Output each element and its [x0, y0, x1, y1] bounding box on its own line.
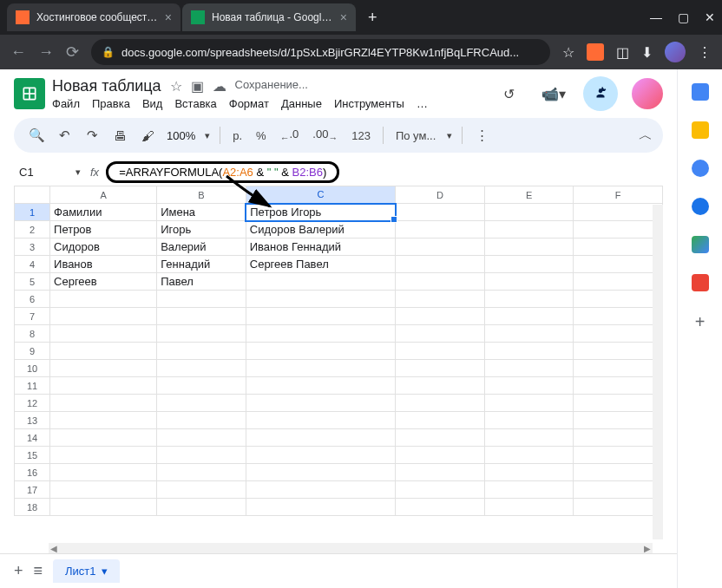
column-header[interactable]: E: [484, 186, 574, 204]
row-header[interactable]: 11: [15, 377, 50, 395]
meet-button[interactable]: 📹▾: [538, 78, 569, 109]
cell[interactable]: [574, 221, 663, 238]
sheets-logo[interactable]: [14, 78, 45, 109]
row-header[interactable]: 17: [15, 481, 50, 499]
cell[interactable]: [50, 360, 157, 377]
cell[interactable]: [246, 343, 395, 360]
paint-format-button[interactable]: 🖌: [135, 123, 160, 147]
close-icon[interactable]: ×: [340, 10, 347, 24]
star-icon[interactable]: ☆: [170, 78, 182, 95]
collapse-toolbar-button[interactable]: ︿: [639, 127, 653, 145]
cell[interactable]: [396, 395, 485, 412]
tasks-icon[interactable]: [692, 160, 709, 177]
close-window-button[interactable]: ✕: [705, 10, 715, 24]
cell[interactable]: [484, 395, 574, 412]
redo-button[interactable]: ↷: [80, 123, 104, 147]
column-header[interactable]: C: [246, 186, 395, 204]
maps-icon[interactable]: [692, 236, 709, 253]
cell[interactable]: [484, 429, 574, 447]
menu-edit[interactable]: Правка: [92, 97, 130, 110]
cell[interactable]: [246, 273, 395, 291]
cell[interactable]: [50, 377, 157, 395]
vertical-scrollbar[interactable]: [653, 205, 663, 539]
cell[interactable]: Сергеев: [50, 273, 157, 291]
extension-icon[interactable]: [587, 43, 604, 61]
cell[interactable]: [396, 464, 485, 481]
cell[interactable]: [246, 308, 395, 325]
cell[interactable]: [574, 447, 663, 464]
cell[interactable]: [574, 377, 663, 395]
cell[interactable]: [484, 204, 574, 221]
cell[interactable]: [50, 308, 157, 325]
cell[interactable]: Фамилии: [50, 204, 157, 221]
cell[interactable]: [574, 325, 663, 343]
cell[interactable]: [246, 447, 395, 464]
sheet-tab[interactable]: Лист1 ▾: [53, 559, 119, 583]
cell[interactable]: [396, 325, 485, 343]
cell[interactable]: [157, 429, 246, 447]
cell[interactable]: [50, 343, 157, 360]
cloud-icon[interactable]: ☁: [213, 78, 226, 95]
search-icon[interactable]: 🔍: [24, 123, 49, 147]
undo-button[interactable]: ↶: [52, 123, 76, 147]
cell[interactable]: [574, 273, 663, 291]
increase-decimal-button[interactable]: .00→: [307, 127, 343, 143]
cell[interactable]: [574, 204, 663, 221]
chevron-down-icon[interactable]: ▾: [202, 130, 213, 141]
cell[interactable]: [574, 429, 663, 447]
star-icon[interactable]: ☆: [562, 44, 574, 61]
cell[interactable]: [157, 360, 246, 377]
cell[interactable]: [396, 238, 485, 256]
column-header[interactable]: D: [396, 186, 485, 204]
cell[interactable]: [246, 325, 395, 343]
forward-button[interactable]: →: [38, 43, 54, 62]
cell[interactable]: [574, 256, 663, 273]
move-icon[interactable]: ▣: [191, 78, 204, 95]
cell[interactable]: [574, 395, 663, 412]
cell[interactable]: [396, 256, 485, 273]
cell[interactable]: [484, 360, 574, 377]
number-format-button[interactable]: 123: [346, 129, 376, 142]
more-tools-icon[interactable]: ⋮: [469, 123, 494, 147]
cell[interactable]: Игорь: [157, 221, 246, 238]
cell[interactable]: [157, 291, 246, 308]
chevron-down-icon[interactable]: ▾: [444, 130, 455, 141]
row-header[interactable]: 15: [15, 447, 50, 464]
cell[interactable]: [396, 291, 485, 308]
cell[interactable]: [246, 291, 395, 308]
cell[interactable]: [574, 360, 663, 377]
cell[interactable]: [484, 273, 574, 291]
add-sheet-button[interactable]: +: [14, 562, 23, 580]
cell[interactable]: Павел: [157, 273, 246, 291]
cell[interactable]: [157, 325, 246, 343]
cell[interactable]: Сергеев Павел: [246, 256, 395, 273]
extensions-button[interactable]: ◫: [616, 44, 629, 61]
cell[interactable]: [396, 481, 485, 499]
cell[interactable]: [157, 412, 246, 429]
cell[interactable]: [574, 464, 663, 481]
cell[interactable]: [484, 308, 574, 325]
menu-format[interactable]: Формат: [229, 97, 269, 110]
cell[interactable]: [484, 325, 574, 343]
cell[interactable]: Иванов Геннадий: [246, 238, 395, 256]
row-header[interactable]: 12: [15, 395, 50, 412]
decrease-decimal-button[interactable]: ←.0: [275, 127, 305, 143]
cell[interactable]: [246, 360, 395, 377]
share-button[interactable]: [583, 76, 618, 111]
cell[interactable]: [396, 343, 485, 360]
percent-button[interactable]: %: [251, 129, 272, 142]
cell[interactable]: [484, 412, 574, 429]
chevron-down-icon[interactable]: ▾: [73, 167, 83, 178]
cell[interactable]: [574, 291, 663, 308]
document-title[interactable]: Новая таблица: [52, 77, 161, 95]
cell[interactable]: [50, 447, 157, 464]
formula-input[interactable]: =ARRAYFORMULA(A2:A6 & " " & B2:B6): [106, 161, 339, 183]
menu-tools[interactable]: Инструменты: [334, 97, 404, 110]
column-header[interactable]: A: [50, 186, 157, 204]
row-header[interactable]: 13: [15, 412, 50, 429]
cell[interactable]: [574, 499, 663, 516]
cell[interactable]: [246, 412, 395, 429]
all-sheets-button[interactable]: ≡: [34, 562, 43, 580]
address-bar[interactable]: 🔒 docs.google.com/spreadsheets/d/1pSxLxB…: [91, 39, 550, 65]
chevron-down-icon[interactable]: ▾: [102, 565, 108, 578]
